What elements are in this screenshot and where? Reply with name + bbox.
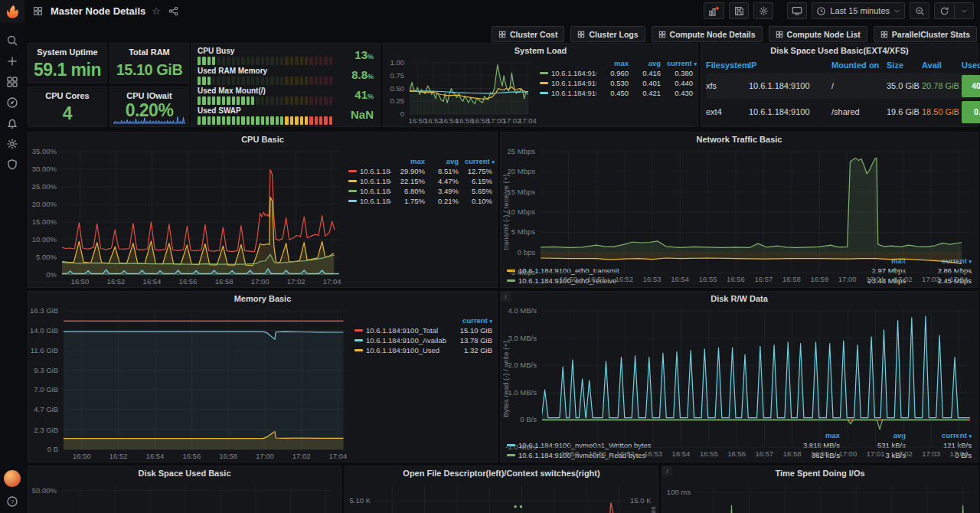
dashboard-title[interactable]: Master Node Details — [51, 5, 145, 17]
time-range-picker[interactable]: Last 15 minutes — [812, 2, 905, 19]
gauge-label: CPU Busy — [198, 47, 332, 56]
link-cluster-cost[interactable]: Cluster Cost — [492, 26, 564, 42]
save-dashboard-button[interactable] — [729, 2, 749, 19]
alerting-bell-icon[interactable] — [5, 116, 19, 130]
panel-title[interactable]: Network Traffic Basic — [501, 132, 978, 146]
link-compute-node-list[interactable]: Compute Node List — [769, 26, 867, 42]
legend-series[interactable]: 10.6.1.184:9100_15m — [540, 89, 596, 97]
gauge-row: Used Max Mount(/)41% — [198, 87, 374, 105]
refresh-button[interactable] — [934, 2, 954, 19]
svg-text:14.0 GiB: 14.0 GiB — [30, 326, 58, 335]
svg-text:17:00: 17:00 — [251, 277, 270, 286]
refresh-interval-dropdown[interactable] — [954, 2, 974, 19]
svg-text:16.3 GiB: 16.3 GiB — [30, 306, 58, 315]
svg-text:16:59: 16:59 — [810, 275, 828, 283]
svg-text:16:52: 16:52 — [616, 449, 635, 458]
zoom-out-button[interactable] — [910, 2, 929, 19]
svg-text:16:55: 16:55 — [700, 449, 718, 458]
legend-series[interactable]: 10.6.1.184:9100_Total — [354, 326, 446, 335]
panel-info-icon[interactable]: i — [501, 292, 511, 302]
grafana-logo[interactable] — [0, 0, 24, 23]
svg-text:17:00: 17:00 — [838, 449, 857, 458]
svg-text:0 B/s: 0 B/s — [520, 415, 537, 423]
svg-text:16:50: 16:50 — [71, 277, 90, 286]
svg-text:7.0 GiB: 7.0 GiB — [34, 385, 58, 394]
svg-text:30.00%: 30.00% — [32, 165, 57, 173]
svg-text:0: 0 — [400, 109, 404, 118]
dashboards-icon[interactable] — [5, 75, 19, 89]
svg-text:35.00%: 35.00% — [32, 147, 57, 155]
tv-mode-button[interactable] — [787, 2, 807, 19]
panel-system-load: System Load 00.250.500.751.0016:5016:521… — [383, 43, 698, 127]
legend-column-avg[interactable]: avg — [431, 157, 459, 165]
panel-title[interactable]: Open File Descriptor(left)/Context switc… — [345, 466, 658, 480]
legend-column-current[interactable]: current ▾ — [667, 59, 693, 67]
svg-text:16:57: 16:57 — [755, 275, 773, 283]
table-header[interactable]: Avail — [922, 60, 962, 70]
panel-title[interactable]: Time Spent Doing I/Os — [662, 466, 978, 480]
share-icon[interactable] — [167, 4, 181, 18]
panel-total-ram: Total RAM 15.10 GiB — [109, 43, 189, 83]
svg-text:17:00: 17:00 — [838, 275, 857, 283]
svg-text:transmit (-) / receive (+): transmit (-) / receive (+) — [501, 175, 510, 250]
svg-text:17:03: 17:03 — [922, 449, 940, 458]
add-panel-button[interactable] — [704, 2, 724, 19]
disk-space-table: FilesystemIPMounted onSizeAvailUsed xfs … — [701, 57, 978, 126]
svg-text:16:58: 16:58 — [782, 275, 801, 283]
legend-series[interactable]: 10.6.1.184:9100_System — [348, 187, 391, 195]
network-traffic-chart[interactable]: -5 Mbps0 bps5 Mbps10 Mbps15 Mbps20 Mbps2… — [501, 146, 978, 256]
panel-title[interactable]: Memory Basic — [28, 292, 497, 306]
panel-disk-rw: i Disk R/W Data -1.0 MB/s0 B/s1.0 MB/s2.… — [500, 291, 978, 462]
disk-rw-chart[interactable]: -1.0 MB/s0 B/s1.0 MB/s2.0 MB/s3.0 MB/s4.… — [501, 306, 978, 431]
settings-gear-icon[interactable] — [5, 137, 19, 151]
create-plus-icon[interactable] — [5, 54, 19, 68]
explore-compass-icon[interactable] — [5, 96, 19, 109]
system-load-chart[interactable]: 00.250.500.751.0016:5016:5216:5416:5616:… — [384, 57, 538, 126]
panel-title[interactable]: Disk Space Used Basic(EXT4/XFS) — [701, 44, 978, 57]
legend-series[interactable]: 10.6.1.184:9100_Available — [354, 336, 446, 345]
link-compute-node-details[interactable]: Compute Node Details — [652, 26, 763, 42]
legend-series[interactable]: 10.6.1.184:9100_1m — [540, 69, 596, 77]
table-header[interactable]: Used — [962, 60, 980, 70]
svg-text:100 ms: 100 ms — [667, 488, 691, 496]
disk-space-chart[interactable]: 20.00%30.00%40.00%50.00%16:5016:5216:541… — [28, 480, 341, 513]
legend-series[interactable]: 10.6.1.184:9100_Total — [348, 167, 391, 175]
legend-column-max[interactable]: max — [603, 59, 629, 67]
star-icon[interactable]: ☆ — [152, 6, 161, 16]
dashboard-settings-button[interactable] — [753, 2, 773, 19]
legend-column-max[interactable]: max — [397, 157, 425, 165]
admin-shield-icon[interactable] — [5, 158, 19, 172]
legend-series[interactable]: 10.6.1.184:9100_Used — [354, 346, 446, 355]
memory-basic-chart[interactable]: 0 B2.3 GiB4.7 GiB7.0 GiB9.3 GiB11.6 GiB1… — [28, 306, 353, 462]
legend-column-current[interactable]: current ▾ — [465, 157, 492, 165]
panel-resource-gauges: CPU Busy13% Used RAM Memory8.8% Used Max… — [191, 43, 381, 127]
legend-column-current[interactable]: current ▾ — [452, 316, 492, 325]
table-header[interactable]: IP — [749, 60, 831, 70]
panel-info-icon[interactable]: i — [662, 466, 672, 476]
search-icon[interactable] — [5, 34, 19, 47]
cpu-basic-chart[interactable]: 0%5.00%10.00%15.00%20.00%25.00%30.00%35.… — [28, 146, 347, 287]
panel-cpu-basic: CPU Basic 0%5.00%10.00%15.00%20.00%25.00… — [28, 132, 498, 288]
legend-series[interactable]: 10.6.1.184:9100_5m — [540, 79, 596, 87]
link-parallelcluster-stats[interactable]: ParallelCluster Stats — [874, 26, 977, 42]
panel-memory-basic: Memory Basic 0 B2.3 GiB4.7 GiB7.0 GiB9.3… — [28, 291, 498, 462]
panel-title[interactable]: CPU Basic — [28, 132, 497, 146]
svg-text:16:55: 16:55 — [699, 275, 717, 283]
panel-title[interactable]: Disk R/W Data — [501, 292, 978, 306]
top-navbar: Master Node Details ☆ Last 15 minutes — [24, 0, 980, 21]
io-time-chart[interactable]: 25 ms50 ms75 ms100 ms16:5016:5216:5416:5… — [662, 480, 978, 513]
legend-column-avg[interactable]: avg — [635, 59, 661, 67]
help-icon[interactable]: ? — [5, 495, 19, 508]
link-cluster-logs[interactable]: Cluster Logs — [570, 26, 645, 42]
open-fd-chart[interactable]: 5.00 K5.05 K5.10 K10.0 K12.5 K15.0 K16:5… — [345, 480, 658, 513]
panel-title[interactable]: Disk Space Used Basic — [28, 466, 341, 480]
svg-text:16:50: 16:50 — [73, 452, 91, 460]
table-header[interactable]: Mounted on — [831, 60, 887, 70]
svg-text:17:02: 17:02 — [894, 449, 913, 458]
panel-title[interactable]: System Load — [384, 44, 697, 57]
legend-series[interactable]: 10.6.1.184:9100_Iowait — [348, 197, 391, 205]
user-avatar[interactable] — [4, 470, 21, 487]
legend-series[interactable]: 10.6.1.184:9100_User — [348, 177, 391, 185]
table-header[interactable]: Filesystem — [706, 60, 749, 70]
table-header[interactable]: Size — [887, 60, 922, 70]
